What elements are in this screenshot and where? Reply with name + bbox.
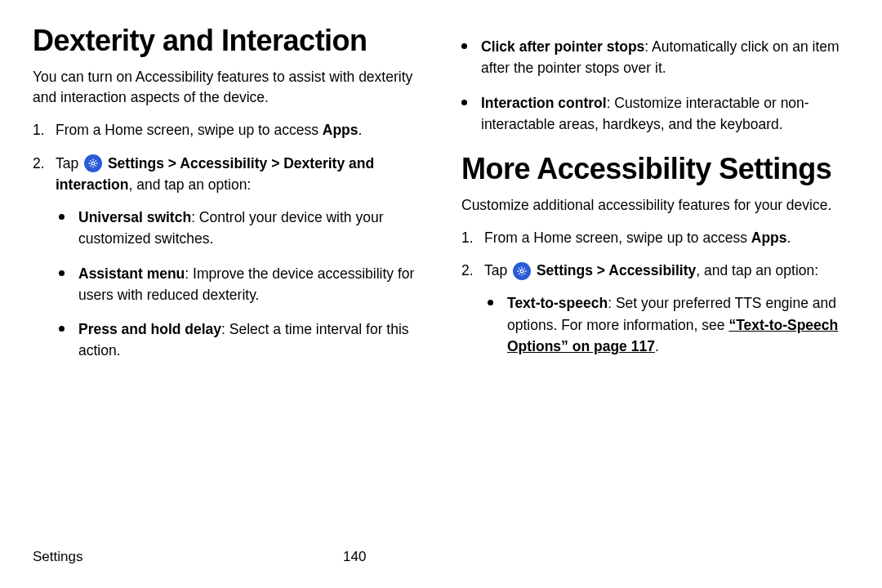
bullet-label: Click after pointer stops xyxy=(481,38,644,55)
footer-section-label: Settings xyxy=(33,549,343,565)
section-title-dexterity: Dexterity and Interaction xyxy=(33,24,421,57)
step-text: . xyxy=(359,122,363,138)
apps-label: Apps xyxy=(323,122,359,138)
step-2-right: Tap Settings > Accessibility, and tap an… xyxy=(461,260,849,357)
footer-page-number: 140 xyxy=(343,549,366,565)
step-text: . xyxy=(787,229,791,246)
step-text: Tap xyxy=(484,262,511,278)
bullet-label: Text-to-speech xyxy=(507,295,608,311)
step-2-left: Tap Settings > Accessibility > Dexterity… xyxy=(33,153,421,362)
bullet-label: Universal switch xyxy=(78,209,191,225)
bullet-text: . xyxy=(655,338,659,354)
step-1-left: From a Home screen, swipe up to access A… xyxy=(33,119,421,140)
bullet-assistant-menu: Assistant menu: Improve the device acces… xyxy=(56,263,421,306)
step-text: Tap xyxy=(56,155,82,172)
bullet-label: Press and hold delay xyxy=(78,321,221,337)
svg-point-1 xyxy=(520,270,523,273)
step-text: , and tap an option: xyxy=(696,262,818,278)
intro-dexterity: You can turn on Accessibility features t… xyxy=(33,67,421,109)
step-1-right: From a Home screen, swipe up to access A… xyxy=(461,227,849,248)
step-text: From a Home screen, swipe up to access xyxy=(56,122,323,138)
intro-more-accessibility: Customize additional accessibility featu… xyxy=(461,195,849,216)
apps-label: Apps xyxy=(751,229,787,246)
bullet-universal-switch: Universal switch: Control your device wi… xyxy=(56,207,421,250)
bullet-label: Assistant menu xyxy=(78,265,185,282)
bullet-label: Interaction control xyxy=(481,95,607,111)
settings-icon xyxy=(84,154,102,172)
bullet-press-hold-delay: Press and hold delay: Select a time inte… xyxy=(56,318,421,362)
step-text: , and tap an option: xyxy=(128,176,251,193)
nav-path: Settings > Accessibility xyxy=(532,262,696,278)
bullet-interaction-control: Interaction control: Customize interacta… xyxy=(461,92,849,136)
step-text: From a Home screen, swipe up to access xyxy=(484,229,751,246)
section-title-more-accessibility: More Accessibility Settings xyxy=(461,153,849,185)
page-footer: Settings 140 xyxy=(33,549,849,565)
bullet-click-after-pointer: Click after pointer stops: Automatically… xyxy=(461,36,849,79)
settings-icon xyxy=(513,262,531,280)
bullet-text-to-speech: Text-to-speech: Set your preferred TTS e… xyxy=(484,292,849,357)
svg-point-0 xyxy=(91,162,95,165)
